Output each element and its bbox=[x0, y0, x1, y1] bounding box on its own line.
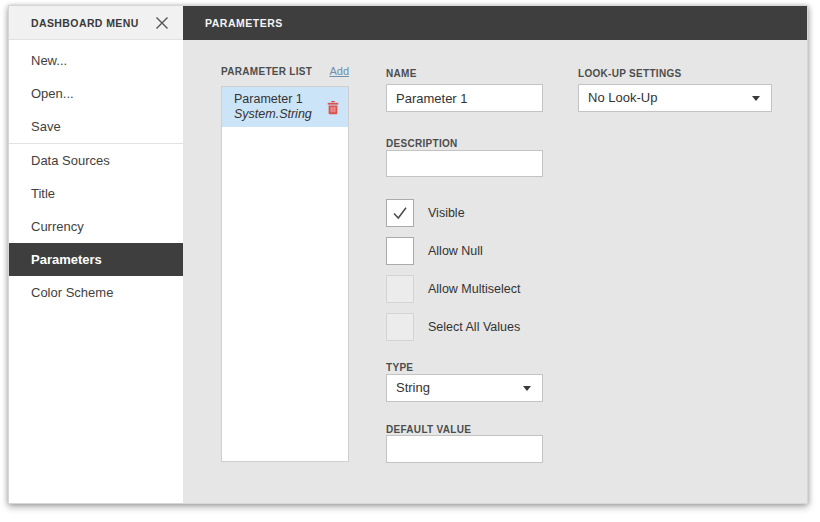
parameter-list-item[interactable]: Parameter 1 System.String bbox=[222, 87, 348, 127]
type-value: String bbox=[396, 380, 430, 395]
allow-multiselect-checkbox bbox=[386, 275, 414, 303]
default-value-label: DEFAULT VALUE bbox=[386, 424, 471, 435]
name-input[interactable] bbox=[386, 84, 543, 112]
parameter-list: Parameter 1 System.String bbox=[221, 86, 349, 462]
allow-multiselect-label: Allow Multiselect bbox=[428, 282, 520, 296]
name-label: NAME bbox=[386, 68, 417, 79]
sidebar-title: DASHBOARD MENU bbox=[31, 6, 139, 40]
menu-item-data-sources[interactable]: Data Sources bbox=[9, 144, 183, 177]
default-value-input[interactable] bbox=[386, 435, 543, 463]
dashboard-designer-window: DASHBOARD MENU New... Open... Save Data … bbox=[8, 5, 808, 504]
select-all-values-row: Select All Values bbox=[386, 313, 520, 341]
parameter-list-label: PARAMETER LIST bbox=[221, 66, 312, 77]
description-input[interactable] bbox=[386, 150, 543, 177]
description-label: DESCRIPTION bbox=[386, 138, 458, 149]
menu-item-currency[interactable]: Currency bbox=[9, 210, 183, 243]
select-all-values-checkbox bbox=[386, 313, 414, 341]
parameter-item-text: Parameter 1 System.String bbox=[234, 92, 312, 122]
chevron-down-icon bbox=[523, 386, 531, 391]
parameter-list-header: PARAMETER LIST Add bbox=[221, 65, 349, 77]
lookup-settings-dropdown[interactable]: No Look-Up bbox=[578, 84, 772, 112]
visible-checkbox[interactable] bbox=[386, 199, 414, 227]
visible-row: Visible bbox=[386, 199, 465, 227]
allow-multiselect-row: Allow Multiselect bbox=[386, 275, 520, 303]
dashboard-menu-sidebar: DASHBOARD MENU New... Open... Save Data … bbox=[9, 6, 183, 503]
menu-item-title[interactable]: Title bbox=[9, 177, 183, 210]
add-parameter-link[interactable]: Add bbox=[329, 65, 349, 77]
allow-null-label: Allow Null bbox=[428, 244, 483, 258]
parameter-item-type: System.String bbox=[234, 107, 312, 122]
chevron-down-icon bbox=[752, 96, 760, 101]
menu-item-parameters[interactable]: Parameters bbox=[9, 243, 183, 276]
type-label: TYPE bbox=[386, 362, 413, 373]
page-title: PARAMETERS bbox=[205, 6, 283, 40]
lookup-settings-label: LOOK-UP SETTINGS bbox=[578, 68, 682, 79]
page-title-bar: PARAMETERS bbox=[183, 6, 807, 40]
allow-null-row: Allow Null bbox=[386, 237, 483, 265]
visible-label: Visible bbox=[428, 206, 465, 220]
sidebar-header: DASHBOARD MENU bbox=[9, 6, 183, 40]
select-all-values-label: Select All Values bbox=[428, 320, 520, 334]
delete-parameter-icon[interactable] bbox=[326, 100, 340, 115]
close-icon[interactable] bbox=[152, 13, 172, 33]
parameters-pane: PARAMETER LIST Add Parameter 1 System.St… bbox=[183, 40, 807, 503]
allow-null-checkbox[interactable] bbox=[386, 237, 414, 265]
parameter-item-name: Parameter 1 bbox=[234, 92, 312, 107]
lookup-settings-value: No Look-Up bbox=[588, 90, 657, 105]
sidebar-menu: New... Open... Save Data Sources Title C… bbox=[9, 40, 183, 309]
menu-item-save[interactable]: Save bbox=[9, 110, 183, 143]
menu-item-color-scheme[interactable]: Color Scheme bbox=[9, 276, 183, 309]
menu-item-new[interactable]: New... bbox=[9, 44, 183, 77]
menu-item-open[interactable]: Open... bbox=[9, 77, 183, 110]
type-dropdown[interactable]: String bbox=[386, 374, 543, 402]
